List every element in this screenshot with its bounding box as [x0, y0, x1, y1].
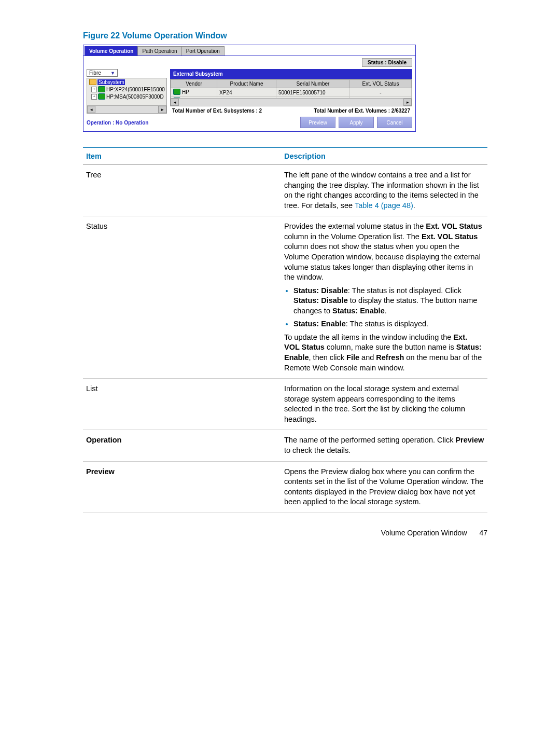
- apply-button[interactable]: Apply: [339, 117, 374, 128]
- right-pane: External Subsystem Vendor Product Name S…: [170, 69, 412, 114]
- desc-row-preview: Preview Opens the Preview dialog box whe…: [83, 461, 487, 513]
- scroll-right-icon[interactable]: ▸: [403, 99, 412, 106]
- description-table: Item Description Tree The left pane of t…: [83, 147, 487, 513]
- disk-icon: [98, 86, 105, 92]
- page-footer: Volume Operation Window 47: [83, 529, 487, 537]
- desc-row-list: List Information on the local storage sy…: [83, 379, 487, 430]
- xref-table-4[interactable]: Table 4 (page 48): [355, 201, 413, 210]
- figure-title: Figure 22 Volume Operation Window: [83, 31, 487, 40]
- tree-view[interactable]: Subsystem + HP:XP24(50001FE15000 + HP:MS…: [87, 78, 167, 114]
- col-vendor[interactable]: Vendor: [171, 80, 217, 88]
- tree-root[interactable]: Subsystem: [97, 79, 125, 85]
- scroll-right-icon[interactable]: ▸: [158, 106, 166, 113]
- disk-icon: [173, 89, 180, 95]
- cancel-button[interactable]: Cancel: [377, 117, 412, 128]
- screenshot-frame: Volume Operation Path Operation Port Ope…: [83, 45, 416, 132]
- disk-icon: [98, 93, 105, 100]
- tab-path-operation[interactable]: Path Operation: [137, 46, 181, 56]
- desc-col-item: Item: [83, 148, 281, 165]
- col-status[interactable]: Ext. VOL Status: [350, 80, 412, 88]
- operation-label: Operation : No Operation: [87, 120, 148, 126]
- left-pane: Fibre ▼ Subsystem + HP:XP24(50001FE15000…: [87, 69, 167, 114]
- expand-icon[interactable]: +: [91, 94, 97, 100]
- table-row[interactable]: HP XP24 50001FE150005710 -: [171, 88, 412, 97]
- tree-item[interactable]: HP:MSA(500805F3000D: [106, 94, 164, 100]
- desc-row-operation: Operation The name of the performed sett…: [83, 430, 487, 461]
- scroll-left-icon[interactable]: ◂: [171, 99, 179, 106]
- scroll-left-icon[interactable]: ◂: [87, 106, 95, 113]
- desc-col-description: Description: [281, 148, 487, 165]
- folder-icon: [89, 79, 96, 85]
- totals-row: Total Number of Ext. Subsystems : 2 Tota…: [170, 106, 412, 114]
- tab-bar: Volume Operation Path Operation Port Ope…: [83, 45, 415, 56]
- tree-item[interactable]: HP:XP24(50001FE15000: [106, 87, 165, 92]
- preview-button[interactable]: Preview: [300, 117, 335, 128]
- footer-title: Volume Operation Window: [381, 529, 467, 537]
- desc-row-tree: Tree The left pane of the window contain…: [83, 165, 487, 216]
- expand-icon[interactable]: +: [91, 87, 97, 92]
- fibre-combo[interactable]: Fibre ▼: [87, 69, 118, 77]
- volume-grid: Vendor Product Name Serial Number Ext. V…: [170, 79, 412, 106]
- total-volumes: Total Number of Ext. Volumes : 2/63227: [314, 108, 410, 114]
- combo-label: Fibre: [89, 70, 101, 76]
- tree-h-scrollbar[interactable]: ◂ ▸: [87, 105, 166, 113]
- status-toggle-button[interactable]: Status : Disable: [362, 58, 412, 67]
- chevron-down-icon: ▼: [110, 71, 115, 76]
- section-header: External Subsystem: [170, 69, 412, 79]
- tab-port-operation[interactable]: Port Operation: [181, 46, 225, 56]
- total-subsystems: Total Number of Ext. Subsystems : 2: [172, 108, 262, 114]
- col-serial[interactable]: Serial Number: [276, 80, 350, 88]
- col-product[interactable]: Product Name: [217, 80, 276, 88]
- page-number: 47: [479, 529, 487, 537]
- desc-row-status: Status Provides the external volume stat…: [83, 216, 487, 379]
- tab-volume-operation[interactable]: Volume Operation: [85, 46, 138, 56]
- grid-h-scrollbar[interactable]: ◂ ▸: [171, 98, 412, 106]
